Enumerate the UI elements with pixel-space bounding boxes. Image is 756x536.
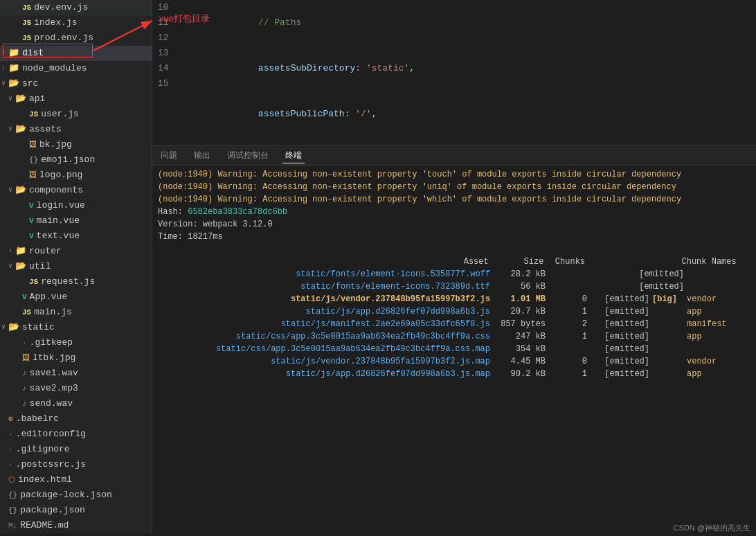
file-explorer[interactable]: JS dev.env.js JS index.js JS prod.env.js… [0,0,152,533]
sidebar-label: dev.env.js [34,1,88,15]
sidebar-item-index[interactable]: JS index.js [0,15,152,30]
img-icon: 🖼 [22,351,30,365]
sidebar-item-request[interactable]: JS request.js [0,274,152,289]
tab-problems[interactable]: 问题 [158,148,180,163]
chevron-down-icon: ∨ [0,77,7,91]
sidebar-label: package-lock.json [20,488,112,502]
sidebar-item-node-modules[interactable]: › 📁 node_modules [0,61,152,76]
sidebar-item-app-vue[interactable]: V App.vue [0,289,152,305]
sidebar-item-src[interactable]: ∨ 📂 src [0,76,152,91]
sidebar-item-main-js[interactable]: JS main.js [0,305,152,320]
sidebar-item-save1wav[interactable]: ♪ save1.wav [0,366,152,381]
sidebar-label: .gitkeep [30,336,73,350]
sidebar-item-gitignore[interactable]: · .gitignore [0,442,152,457]
sidebar-item-assets[interactable]: ∨ 📂 assets [0,122,152,137]
sidebar-item-prod-env[interactable]: JS prod.env.js [0,30,152,46]
sidebar-item-gitkeep[interactable]: · .gitkeep [0,335,152,350]
sidebar-label: .editorconfig [16,427,86,441]
terminal-table-row: static/js/manifest.2ae2e69a05c33dfc65f8.… [158,380,750,381]
sidebar-item-login[interactable]: V login.vue [0,198,152,213]
md-icon: M↓ [8,519,17,533]
terminal-table-row: static/js/app.d26826fef07dd998a6b3.js 20… [158,305,750,318]
terminal-table-row: static/fonts/element-icons.732389d.ttf 5… [158,280,750,293]
code-editor: 10 11 12 13 14 15 // Paths assetsSubDire… [152,0,756,145]
code-line-12: assetsPublicPath: '/', [183,91,750,137]
sidebar-item-static[interactable]: ∨ 📂 static [0,320,152,335]
sidebar-label: assets [29,123,62,136]
img-icon: 🖼 [29,138,37,152]
img-icon: 🖼 [29,168,37,182]
sidebar-item-index-html[interactable]: ⬡ index.html [0,472,152,488]
tab-debug[interactable]: 调试控制台 [224,148,271,163]
sidebar-item-postcssrc[interactable]: · .postcssrc.js [0,457,152,472]
folder-open-icon: 📂 [15,123,26,136]
sidebar-label: README.md [20,519,69,533]
sidebar-item-text-vue[interactable]: V text.vue [0,229,152,244]
chevron-right-icon: › [0,62,7,75]
sidebar-item-bkjpg[interactable]: 🖼 bk.jpg [0,137,152,152]
chevron-down-icon: ∨ [7,92,14,106]
chevron-down-icon: ∨ [7,184,14,197]
code-lines: // Paths assetsSubDirectory: 'static', a… [177,0,756,145]
json-icon: {} [8,503,17,517]
js-icon: JS [22,16,31,30]
vue-icon: V [29,229,34,243]
sidebar-item-emoji[interactable]: {} emoji.json [0,152,152,168]
folder-icon: 📁 [8,62,19,75]
sidebar-item-logo[interactable]: 🖼 logo.png [0,168,152,183]
sidebar-item-util[interactable]: ∨ 📂 util [0,259,152,274]
sidebar-item-sendwav[interactable]: ♪ send.wav [0,396,152,411]
sidebar-item-editorconfig[interactable]: · .editorconfig [0,427,152,442]
folder-icon: 📁 [8,46,19,60]
sidebar-label: App.vue [30,290,68,304]
sidebar-label: router [29,244,62,258]
sidebar-item-dev-env[interactable]: JS dev.env.js [0,0,152,15]
chevron-down-icon: ∨ [7,123,14,136]
sidebar-item-router[interactable]: › 📁 router [0,244,152,259]
sidebar-label: node_modules [22,62,87,75]
audio-icon: ♪ [22,366,27,380]
terminal-table-row: static/js/vendor.237848b95fa15997b3f2.js… [158,355,750,368]
chevron-right-icon: › [0,46,7,60]
file-icon: · [22,336,27,350]
html-icon: ⬡ [8,473,15,487]
sidebar-label: main.js [34,305,72,319]
sidebar-label: send.wav [30,397,73,411]
sidebar-item-api[interactable]: ∨ 📂 api [0,91,152,107]
tab-terminal[interactable]: 终端 [282,148,305,163]
sidebar-item-package[interactable]: {} package.json [0,503,152,518]
sidebar-item-readme[interactable]: M↓ README.md [0,518,152,533]
sidebar-item-package-lock[interactable]: {} package-lock.json [0,488,152,503]
sidebar-label: static [22,321,55,334]
sidebar-item-babelrc[interactable]: ⚙ .babelrc [0,411,152,427]
file-icon: · [8,458,13,472]
terminal-table-row: static/css/app.3c5e0015aa9ab634ea2fb49c3… [158,330,750,343]
terminal-tabs[interactable]: 问题 输出 调试控制台 终端 [152,146,756,166]
js-icon: JS [22,1,31,15]
chevron-down-icon: ∨ [0,321,7,334]
terminal-panel: 问题 输出 调试控制台 终端 (node:1940) Warning: Acce… [152,145,756,381]
js-icon: JS [22,31,31,45]
terminal-table-row: static/js/vendor.237848b95fa15997b3f2.js… [158,293,750,305]
comment-text: // Paths [237,17,302,28]
folder-open-icon: 📂 [8,321,19,334]
sidebar-item-ltbkjpg[interactable]: 🖼 ltbk.jpg [0,350,152,366]
vue-icon: V [22,290,27,304]
tab-output[interactable]: 输出 [191,148,213,163]
sidebar-item-main-vue[interactable]: V main.vue [0,213,152,229]
folder-open-icon: 📂 [15,92,26,106]
sidebar-item-user[interactable]: JS user.js [0,107,152,122]
terminal-line: (node:1940) Warning: Accessing non-exist… [158,193,750,206]
sidebar-item-components[interactable]: ∨ 📂 components [0,183,152,198]
sidebar-label: logo.png [39,168,82,182]
sidebar-label: prod.env.js [34,31,93,45]
key-text: assetsSubDirectory [237,63,356,73]
terminal-line: Hash: 6582eba3833ca78dc6bb [158,206,750,218]
sidebar-label: .gitignore [16,443,70,456]
sidebar-label: user.js [41,107,79,121]
js-icon: JS [29,107,38,121]
sidebar-item-save2mp3[interactable]: ♪ save2.mp3 [0,381,152,396]
sidebar-item-dist[interactable]: › 📁 dist [0,46,152,61]
sidebar-label: components [29,184,83,197]
sidebar-label: request.js [41,275,95,289]
